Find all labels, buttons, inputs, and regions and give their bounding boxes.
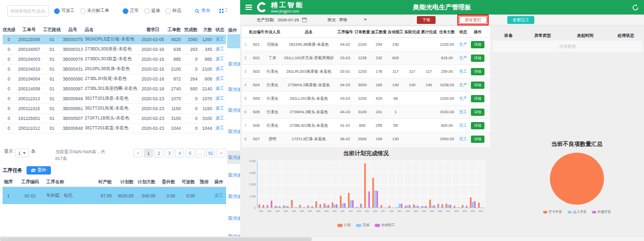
- radio-5[interactable]: 样品: [165, 8, 181, 14]
- page-button[interactable]: 2: [154, 149, 163, 157]
- detail-button[interactable]: 详情: [471, 95, 484, 102]
- cancel-dispatch-link[interactable]: 取消派工: [228, 108, 240, 114]
- detail-button[interactable]: 详情: [471, 109, 484, 116]
- production-date[interactable]: 2020-07-25: [278, 18, 299, 22]
- machine-row[interactable]: 3S03任泽光281LRL503筒身套-未着色03-01120017811711…: [242, 65, 490, 78]
- detail-button[interactable]: 详情: [471, 41, 484, 48]
- page-button[interactable]: 5: [186, 149, 194, 157]
- dispatch-link[interactable]: 派工: [214, 66, 226, 72]
- calendar-icon[interactable]: [302, 18, 307, 22]
- legend-item[interactable]: 外观不良: [592, 210, 611, 215]
- legend-item[interactable]: 自动报工: [375, 223, 395, 227]
- legend-item[interactable]: 完成: [356, 223, 370, 227]
- cancel-dispatch-link[interactable]: 取消派工: [227, 151, 240, 164]
- detail-button[interactable]: 详情: [471, 122, 484, 129]
- anomaly-empty-text: 没有数据: [493, 41, 642, 52]
- table-row[interactable]: 0200111015013B000851381TT201筒尾-未着色2020-0…: [3, 104, 226, 114]
- cell: 0: [3, 66, 15, 72]
- abnormal-andon-button[interactable]: 异常安灯: [459, 16, 487, 24]
- cancel-dispatch-link[interactable]: 取消派工: [228, 194, 240, 200]
- page-button[interactable]: 1: [144, 149, 153, 157]
- horizontal-scrollbar[interactable]: [0, 236, 644, 241]
- dispatch-link[interactable]: 派工: [214, 105, 226, 112]
- refresh-icon[interactable]: [632, 4, 639, 11]
- dispatch-link[interactable]: 派工: [212, 193, 226, 199]
- detail-button[interactable]: 详情: [471, 82, 484, 89]
- table-row[interactable]: 0200115008013B000375381KDRL5定位板-未着色2020-…: [3, 35, 226, 45]
- status-text: 完工: [457, 137, 469, 142]
- table-row[interactable]: 0191225001013B000507272KTL1B筒头-未着色2020-0…: [3, 114, 226, 124]
- table-row[interactable]: 0200111012013B000848381TT201前盖-未着色2020-0…: [3, 124, 226, 133]
- dispatch-link[interactable]: 派工: [214, 86, 226, 92]
- cancel-dispatch-link[interactable]: 取消派工: [228, 61, 240, 68]
- legend-item[interactable]: 尺寸不良: [543, 210, 562, 215]
- detail-button[interactable]: 详情: [471, 55, 484, 62]
- radio-2[interactable]: 未分解工单: [80, 8, 110, 14]
- radio-3[interactable]: 正常: [123, 8, 139, 14]
- prev-page-button[interactable]: <: [134, 149, 142, 157]
- page-button[interactable]: 4: [175, 149, 184, 157]
- table-row[interactable]: 0200214008013B000087273BL301珠座挡圈-未着色2020…: [3, 84, 226, 94]
- next-page-button[interactable]: >: [217, 149, 226, 157]
- cell: 273WHL3筒身套-未着色: [281, 83, 336, 88]
- machine-row[interactable]: 8S07龚明173TL3灯身-未着色06-0229001991302900.00…: [242, 132, 490, 146]
- table-row[interactable]: 0200111013013B000849381TT201珠座-未着色2020-0…: [3, 94, 226, 104]
- table-row[interactable]: 0200104010013B000431281SRL3B筒身-未着色2020-0…: [3, 64, 226, 74]
- machine-row[interactable]: 1S01冯旭海281SRL3B筒身-未着色04-0221002942302100…: [242, 38, 490, 51]
- search-input[interactable]: [7, 5, 49, 17]
- machine-row[interactable]: 2S02丁来251LL109开关座-普氧黑顺砂03-03123523260961…: [242, 51, 490, 65]
- radio-1[interactable]: 可派工: [54, 8, 75, 14]
- dispatch-link[interactable]: 派工: [214, 46, 226, 52]
- page-button[interactable]: 3: [165, 149, 174, 157]
- task-row[interactable]: 101-01车外圆、钻孔67.004620.00-340.000.000.00派…: [3, 187, 226, 204]
- cell: 3B000431: [61, 66, 85, 72]
- legend-item[interactable]: 压入不良: [568, 210, 587, 215]
- machine-row[interactable]: 6S05任泽光273WHL3筒头-未着色04-03310024113100.00…: [242, 105, 490, 119]
- dispatch-link[interactable]: 派工: [214, 125, 226, 131]
- svg-text:4,000: 4,000: [249, 159, 256, 163]
- legend-swatch: [337, 224, 343, 227]
- cancel-dispatch-link[interactable]: 取消派工: [228, 172, 240, 179]
- finish-all-button[interactable]: 全部完工: [507, 16, 534, 24]
- dispatch-link[interactable]: 派工: [214, 76, 226, 82]
- cell: 01: [43, 126, 61, 131]
- column-header: 机台编号: [249, 30, 264, 35]
- radio-4[interactable]: 返修: [144, 8, 160, 14]
- query-button[interactable]: 查询: [195, 8, 210, 14]
- dispatch-link[interactable]: 派工: [214, 115, 226, 122]
- brand-logo-icon: [256, 2, 268, 13]
- table-row[interactable]: 0200104007013B000313273BDL305珠座-未着色2020-…: [3, 45, 226, 55]
- detail-button[interactable]: 详情: [471, 136, 484, 143]
- task-table-header: 顺序工序编码工序名称时产能计划数计划欠数委外数可派数预排操作: [3, 178, 226, 187]
- menu-icon[interactable]: [245, 5, 252, 10]
- machine-row[interactable]: 4S04任泽光273WHL3筒身套-未着色04-0330001891401401…: [242, 78, 490, 92]
- cell: 2100: [354, 42, 371, 47]
- cell: 140: [387, 83, 404, 87]
- table-row[interactable]: 0200104004013B000090273BL3H筒尾-未着色2020-02…: [3, 74, 226, 84]
- off-duty-button[interactable]: 下班: [417, 16, 436, 24]
- page-size-select[interactable]: 1: [15, 149, 29, 157]
- svg-text:S25: S25: [430, 210, 434, 212]
- cancel-dispatch-link[interactable]: 取消派工: [228, 87, 240, 93]
- machine-row[interactable]: 5S05任泽光281LL201筒头-未着色03-031200429481200.…: [242, 92, 490, 105]
- cancel-dispatch-link[interactable]: 取消派工: [228, 129, 240, 135]
- cell: 264: [182, 76, 199, 82]
- cell: 67.00: [96, 193, 114, 198]
- table-row[interactable]: 0200104003013B000079273BDL303前盖-未着色2020-…: [3, 55, 226, 64]
- cell: 0: [182, 57, 199, 62]
- outsource-button[interactable]: 委外: [27, 166, 51, 175]
- detail-button[interactable]: 详情: [471, 68, 484, 75]
- dispatch-link[interactable]: 派工: [214, 96, 226, 102]
- summary-line2: 817条: [55, 156, 67, 161]
- legend-item[interactable]: 计划: [337, 223, 351, 227]
- dispatch-link[interactable]: 派工: [214, 56, 226, 62]
- shift-select-value[interactable]: 早班: [339, 17, 347, 23]
- cancel-dispatch-link[interactable]: 取消派工: [228, 216, 240, 222]
- chevron-down-icon[interactable]: [364, 19, 367, 21]
- cell: 04-02: [336, 42, 354, 47]
- cell: 273BL301筒头-未着色: [281, 123, 336, 128]
- dispatch-link[interactable]: 派工: [214, 36, 226, 43]
- page-button[interactable]: 82: [206, 149, 215, 157]
- machine-row[interactable]: 7S06任泽光273BL301筒头-未着色01-0160025555600.00…: [242, 119, 490, 132]
- scrollbar-thumb[interactable]: [0, 237, 312, 241]
